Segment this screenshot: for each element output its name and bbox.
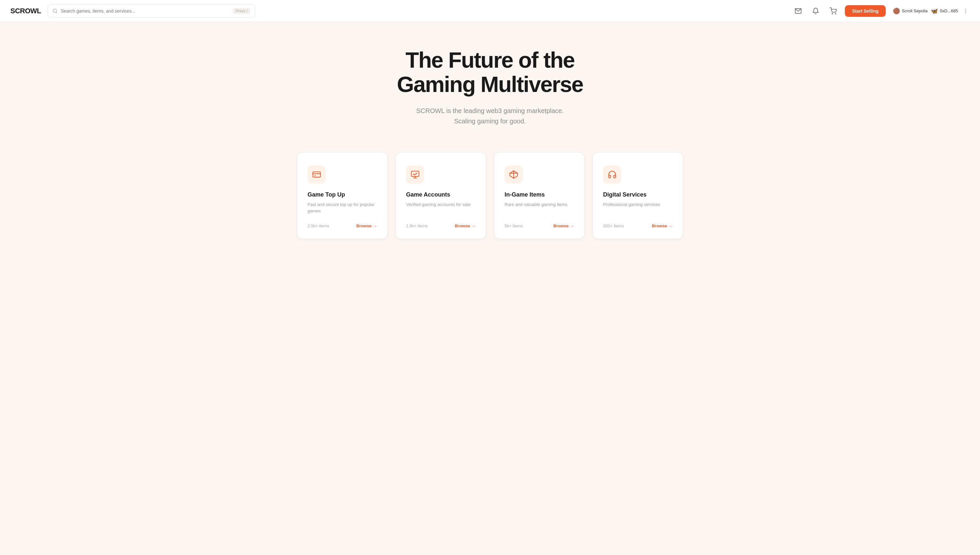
card-count-game-top-up: 2.5k+ items (307, 223, 329, 228)
svg-point-6 (965, 10, 966, 11)
card-title-digital-services: Digital Services (603, 191, 673, 198)
card-desc-game-accounts: Verified gaming accounts for sale (406, 201, 475, 215)
search-shortcut: Press / (233, 8, 250, 14)
card-icon-in-game-items (505, 165, 523, 184)
svg-rect-11 (411, 171, 419, 176)
user2-avatar[interactable]: 🦋 0xD...685 (931, 8, 958, 14)
card-title-game-accounts: Game Accounts (406, 191, 475, 198)
card-icon-digital-services (603, 165, 621, 184)
svg-rect-8 (313, 172, 320, 177)
card-desc-in-game-items: Rare and valuable gaming items (505, 201, 574, 215)
card-browse-digital-services[interactable]: Browse → (652, 223, 673, 228)
card-browse-game-top-up[interactable]: Browse → (356, 223, 377, 228)
search-icon (53, 8, 58, 14)
card-in-game-items: In-Game Items Rare and valuable gaming i… (494, 152, 585, 239)
cards-section: Game Top Up Fast and secure top up for p… (0, 146, 980, 265)
user1-avatar[interactable]: 🟤 Scroll Sepolia (893, 8, 928, 14)
mail-button[interactable] (792, 5, 804, 17)
card-footer-game-top-up: 2.5k+ items Browse → (307, 223, 377, 228)
card-game-accounts: Game Accounts Verified gaming accounts f… (395, 152, 486, 239)
hero-section: The Future of the Gaming Multiverse SCRO… (0, 22, 980, 146)
svg-point-4 (835, 13, 836, 14)
search-bar: Press / (48, 4, 255, 18)
card-desc-game-top-up: Fast and secure top up for popular games (307, 201, 377, 215)
cart-button[interactable] (827, 5, 839, 17)
user2-avatar-icon: 🦋 (931, 8, 938, 14)
hero-subtitle: SCROWL is the leading web3 gaming market… (393, 106, 587, 126)
card-count-digital-services: 300+ items (603, 223, 624, 228)
card-icon-game-top-up (307, 165, 326, 184)
card-count-in-game-items: 5k+ items (505, 223, 523, 228)
start-selling-button[interactable]: Start Selling (845, 5, 886, 17)
user1-avatar-icon: 🟤 (893, 8, 900, 14)
more-options-button[interactable] (961, 7, 970, 15)
card-browse-in-game-items[interactable]: Browse → (553, 223, 574, 228)
nav-icons: Start Selling 🟤 Scroll Sepolia 🦋 0xD...6… (792, 5, 970, 17)
card-game-top-up: Game Top Up Fast and secure top up for p… (297, 152, 388, 239)
hero-title-line1: The Future of the (406, 48, 574, 72)
logo[interactable]: SCROWL (10, 7, 41, 15)
svg-line-1 (56, 12, 57, 13)
card-title-game-top-up: Game Top Up (307, 191, 377, 198)
user-section: 🟤 Scroll Sepolia 🦋 0xD...685 (893, 7, 970, 15)
card-title-in-game-items: In-Game Items (505, 191, 574, 198)
card-footer-game-accounts: 1.8k+ items Browse → (406, 223, 475, 228)
card-count-game-accounts: 1.8k+ items (406, 223, 428, 228)
card-desc-digital-services: Professional gaming services (603, 201, 673, 215)
card-footer-in-game-items: 5k+ items Browse → (505, 223, 574, 228)
card-icon-game-accounts (406, 165, 424, 184)
hero-title: The Future of the Gaming Multiverse (10, 48, 970, 96)
user2-name: 0xD...685 (940, 8, 958, 13)
card-digital-services: Digital Services Professional gaming ser… (592, 152, 683, 239)
card-browse-game-accounts[interactable]: Browse → (455, 223, 475, 228)
svg-point-7 (965, 12, 966, 13)
search-input[interactable] (61, 8, 230, 14)
user1-name: Scroll Sepolia (902, 8, 928, 13)
svg-point-3 (832, 13, 832, 14)
hero-title-line2: Gaming Multiverse (397, 72, 583, 96)
svg-point-5 (965, 9, 966, 10)
card-footer-digital-services: 300+ items Browse → (603, 223, 673, 228)
notification-button[interactable] (810, 5, 822, 17)
navbar: SCROWL Press / St (0, 0, 980, 22)
